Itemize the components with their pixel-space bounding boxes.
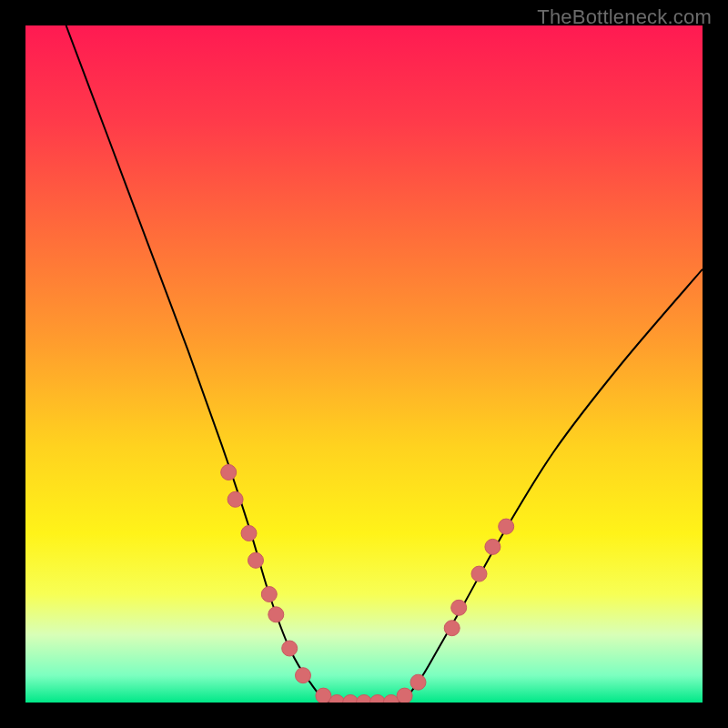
bottleneck-chart — [25, 25, 703, 703]
curve-marker — [228, 491, 243, 507]
curve-marker — [397, 688, 412, 703]
curve-marker — [282, 641, 298, 656]
curve-marker — [221, 465, 237, 480]
plot-area — [25, 25, 703, 703]
curve-marker — [485, 539, 500, 554]
curve-marker — [316, 688, 331, 703]
curve-marker — [268, 607, 284, 622]
curve-marker — [296, 668, 311, 683]
gradient-background — [25, 25, 703, 703]
curve-marker — [444, 621, 460, 636]
watermark-text: TheBottleneck.com — [537, 5, 712, 29]
curve-marker — [241, 526, 257, 541]
curve-marker — [499, 519, 514, 534]
curve-marker — [410, 674, 426, 690]
curve-marker — [471, 566, 487, 581]
curve-marker — [451, 600, 467, 615]
curve-marker — [248, 552, 264, 568]
chart-frame: TheBottleneck.com — [0, 0, 728, 728]
curve-marker — [261, 587, 277, 602]
